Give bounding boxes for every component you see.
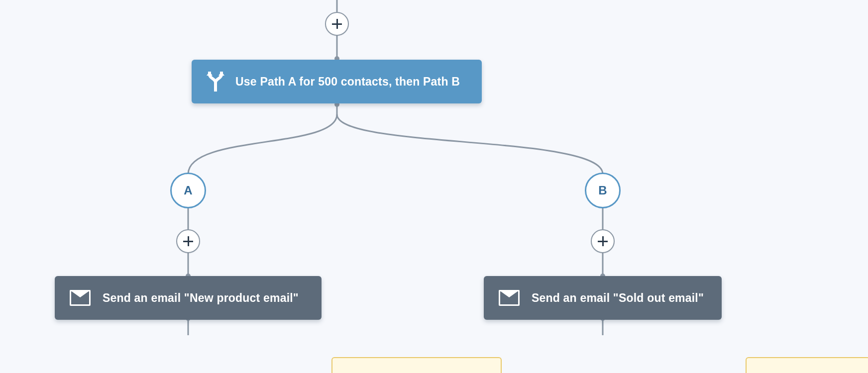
split-icon (207, 72, 224, 92)
path-badge-b[interactable]: B (585, 173, 621, 208)
action-node-b-label: Send an email "Sold out email" (532, 291, 704, 305)
add-step-button-path-a[interactable] (176, 229, 200, 253)
add-step-button-path-b[interactable] (591, 229, 615, 253)
automation-canvas[interactable]: Use Path A for 500 contacts, then Path B… (0, 0, 868, 373)
panel-peek-left (331, 357, 502, 373)
split-node[interactable]: Use Path A for 500 contacts, then Path B (192, 60, 482, 103)
action-node-a-label: Send an email "New product email" (103, 291, 299, 305)
action-node-send-email-b[interactable]: Send an email "Sold out email" (484, 276, 722, 320)
split-node-label: Use Path A for 500 contacts, then Path B (235, 75, 460, 89)
action-node-send-email-a[interactable]: Send an email "New product email" (55, 276, 322, 320)
panel-peek-right (746, 357, 868, 373)
envelope-icon (70, 290, 91, 306)
envelope-icon (499, 290, 520, 306)
path-badge-a-label: A (184, 184, 192, 197)
path-badge-b-label: B (598, 184, 607, 197)
path-badge-a[interactable]: A (170, 173, 206, 208)
add-step-button-top[interactable] (325, 12, 349, 36)
